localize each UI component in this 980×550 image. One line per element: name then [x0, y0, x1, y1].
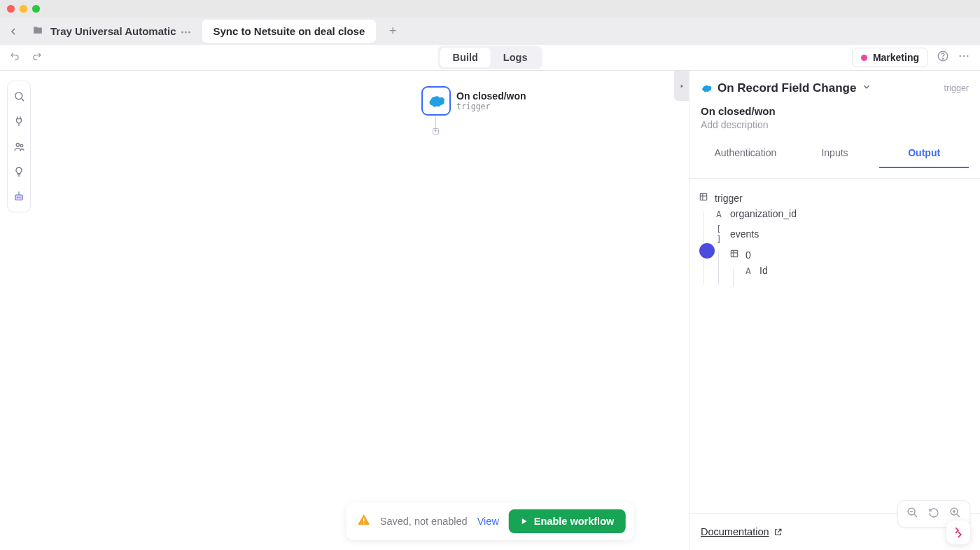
tree-row-trigger[interactable]: trigger: [698, 190, 972, 206]
tab-bar: Tray Universal Automatic ⋯ Sync to Netsu…: [0, 18, 980, 45]
svg-point-4: [967, 55, 968, 57]
minimize-window[interactable]: [20, 5, 27, 13]
zoom-in-button[interactable]: [949, 507, 961, 521]
tree-row-id[interactable]: A Id: [698, 263, 972, 278]
maximize-window[interactable]: [32, 5, 40, 13]
panel-kind-label: trigger: [944, 83, 969, 93]
svg-point-9: [18, 197, 19, 198]
panel-collapse-handle[interactable]: [674, 71, 689, 101]
external-link-icon: [774, 528, 783, 537]
node-connector-line: [435, 117, 436, 128]
add-tab-button[interactable]: +: [386, 25, 400, 39]
redo-button[interactable]: [31, 50, 42, 64]
undo-button[interactable]: [10, 50, 21, 64]
tree-row-organization-id[interactable]: A organization_id: [698, 206, 972, 221]
view-logs[interactable]: Logs: [491, 48, 540, 67]
svg-point-5: [15, 92, 22, 99]
tab-project-more[interactable]: ⋯: [181, 25, 191, 38]
status-bar: Saved, not enabled View Enable workflow: [346, 502, 634, 540]
svg-rect-13: [731, 250, 737, 256]
tab-authentication[interactable]: Authentication: [701, 140, 790, 168]
status-text: Saved, not enabled: [380, 516, 468, 527]
documentation-label: Documentation: [701, 526, 769, 537]
object-icon: [698, 192, 709, 204]
more-menu[interactable]: [958, 50, 970, 65]
tab-inputs[interactable]: Inputs: [790, 140, 880, 168]
close-window[interactable]: [7, 5, 15, 13]
svg-point-11: [18, 191, 20, 193]
svg-rect-15: [363, 523, 365, 524]
svg-rect-14: [363, 518, 365, 522]
brand-fab[interactable]: [946, 521, 970, 544]
svg-point-2: [960, 55, 961, 57]
enable-workflow-button[interactable]: Enable workflow: [509, 509, 625, 533]
tree-label: Id: [760, 265, 768, 276]
folder-icon: [32, 25, 43, 37]
chevron-down-icon: [862, 82, 872, 95]
help-button[interactable]: [937, 50, 949, 65]
tree-label: events: [730, 228, 759, 240]
panel-subtitle: On closed/won: [701, 105, 969, 117]
view-build[interactable]: Build: [440, 48, 491, 67]
properties-panel: On Record Field Change trigger On closed…: [689, 71, 980, 550]
tab-project[interactable]: Tray Universal Automatic ⋯: [25, 21, 198, 42]
play-icon: [520, 517, 528, 525]
back-button[interactable]: [6, 24, 21, 39]
output-tree: trigger A organization_id [ ] events 0 A…: [698, 190, 972, 278]
panel-tabs: Authentication Inputs Output: [701, 140, 969, 168]
tab-workflow[interactable]: Sync to Netsuite on deal close: [202, 20, 377, 43]
tips-button[interactable]: [11, 164, 27, 179]
tab-inputs-label: Inputs: [821, 147, 848, 158]
svg-point-1: [942, 58, 943, 59]
view-switcher: Build Logs: [438, 46, 542, 69]
tab-workflow-label: Sync to Netsuite on deal close: [214, 25, 365, 37]
connectors-button[interactable]: [11, 114, 27, 129]
tab-output[interactable]: Output: [879, 140, 969, 168]
view-link[interactable]: View: [477, 516, 499, 527]
object-icon: [729, 249, 740, 261]
trigger-node-subtitle: trigger: [456, 102, 526, 111]
tree-guide-line: [718, 250, 719, 285]
panel-add-description[interactable]: Add description: [701, 119, 969, 130]
panel-header: On Record Field Change trigger On closed…: [690, 71, 980, 179]
salesforce-icon: [427, 95, 445, 107]
documentation-link[interactable]: Documentation: [701, 526, 783, 537]
canvas-area[interactable]: On closed/won trigger + On Record Field …: [0, 71, 980, 550]
tree-label: trigger: [715, 193, 743, 204]
svg-point-3: [963, 55, 965, 57]
collaborators-button[interactable]: [11, 139, 27, 154]
zoom-out-button[interactable]: [906, 507, 918, 521]
tree-label: 0: [746, 249, 751, 261]
view-logs-label: Logs: [503, 52, 528, 63]
search-button[interactable]: [11, 88, 27, 104]
tree-row-events[interactable]: [ ] events: [698, 221, 972, 247]
toolbar: Build Logs Marketing: [0, 45, 980, 71]
svg-point-10: [20, 197, 21, 198]
drag-indicator[interactable]: [699, 243, 715, 259]
enable-workflow-label: Enable workflow: [534, 516, 614, 527]
trigger-node-card[interactable]: [421, 86, 451, 116]
svg-point-6: [16, 143, 19, 146]
view-build-label: Build: [453, 52, 478, 63]
tree-guide-line: [733, 268, 734, 287]
zoom-reset-button[interactable]: [928, 507, 939, 521]
warning-icon: [358, 514, 370, 529]
salesforce-icon: [701, 84, 712, 92]
trigger-node[interactable]: On closed/won trigger: [421, 86, 526, 116]
tree-row-zero[interactable]: 0: [698, 247, 972, 263]
tab-project-label: Tray Universal Automatic: [50, 25, 176, 37]
ai-assistant-button[interactable]: [11, 189, 27, 205]
tree-label: organization_id: [730, 208, 797, 219]
tab-output-label: Output: [908, 147, 940, 158]
add-step-button[interactable]: +: [433, 128, 439, 135]
profile-chip[interactable]: Marketing: [852, 48, 928, 67]
left-dock: [7, 81, 31, 212]
svg-rect-8: [15, 195, 23, 200]
panel-body: trigger A organization_id [ ] events 0 A…: [690, 179, 980, 513]
string-icon: A: [743, 266, 754, 276]
panel-title-group[interactable]: On Record Field Change: [701, 81, 872, 95]
string-icon: A: [713, 209, 724, 219]
array-icon: [ ]: [713, 224, 724, 245]
trigger-node-labels: On closed/won trigger: [456, 90, 526, 111]
panel-title: On Record Field Change: [718, 81, 856, 95]
